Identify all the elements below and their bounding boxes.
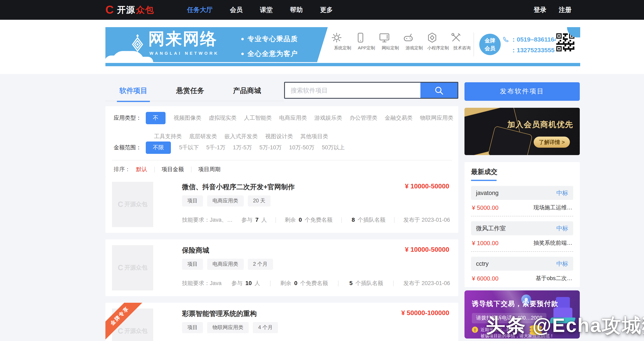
placeholder-logo-text: 开源众包 xyxy=(124,328,148,335)
tools-icon xyxy=(450,32,474,43)
deal-amount: ¥ 6000.00 xyxy=(472,275,498,282)
filter-type-1[interactable]: 视频图像类 xyxy=(174,114,201,122)
project-title[interactable]: 微信、抖音小程序二次开发+官网制作 xyxy=(182,183,294,192)
nav-item-0[interactable]: 任务大厅 xyxy=(187,5,212,14)
deal-item[interactable]: javatong中标¥ 5000.00现场施工运维… xyxy=(471,186,573,216)
nav-item-1[interactable]: 会员 xyxy=(230,5,242,14)
monitor-icon xyxy=(379,32,402,43)
banner-services: 系统定制APP定制网站定制游戏定制小程序定制技术咨询 xyxy=(331,32,474,51)
login-link[interactable]: 登录 xyxy=(534,5,546,14)
deal-item[interactable]: cctry中标¥ 6000.00基于obs二次… xyxy=(471,257,573,287)
service-label: 小程序定制 xyxy=(426,45,450,51)
deal-winner-name: cctry xyxy=(476,260,488,267)
membership-ad-cta[interactable]: 了解详情 > xyxy=(534,137,570,148)
project-tag: 电商应用类 xyxy=(207,195,244,207)
deal-status-badge: 中标 xyxy=(556,260,568,268)
project-title[interactable]: 保险商城 xyxy=(182,246,209,255)
tab-0[interactable]: 软件项目 xyxy=(120,86,148,95)
tab-bar: 软件项目悬赏任务产品商城 xyxy=(106,81,284,101)
type-options-row2: 工具支持类底层研发类嵌入式开发类视图设计类其他项目类 xyxy=(154,133,336,140)
project-meta: 技能要求：Java参与 10 人剩余 0 个免费名额5 个插队名额发布于 202… xyxy=(182,280,450,287)
deal-winner-name: javatong xyxy=(476,190,499,196)
project-tag: 物联网应用类 xyxy=(207,322,249,333)
filter-type-b-1[interactable]: 底层研发类 xyxy=(189,133,217,140)
project-title[interactable]: 彩票智能管理系统的重构 xyxy=(182,309,257,318)
deal-header: cctry中标 xyxy=(471,257,573,271)
filter-type-b-4[interactable]: 其他项目类 xyxy=(300,133,328,140)
latest-deals-title: 最新成交 xyxy=(471,168,573,176)
project-card[interactable]: C开源众包保险商城¥ 10000-50000项目电商应用类2 个月技能要求：Ja… xyxy=(106,239,458,296)
filter-amount-5[interactable]: 10万-50万 xyxy=(289,144,314,151)
filter-type-3[interactable]: 人工智能类 xyxy=(244,114,272,122)
warning-icon: ! xyxy=(472,327,478,333)
filter-amount-4[interactable]: 5万-10万 xyxy=(260,144,282,151)
filter-type-6[interactable]: 办公管理类 xyxy=(350,114,378,122)
filter-type-4[interactable]: 电商应用类 xyxy=(279,114,307,122)
tab-1[interactable]: 悬赏任务 xyxy=(176,86,204,95)
nav-right: 登录 注册 xyxy=(534,5,572,14)
nav-item-2[interactable]: 课堂 xyxy=(260,5,272,14)
watermark-text: 头条 @Echa攻城狮 xyxy=(486,313,644,339)
filter-type-2[interactable]: 虚拟现实类 xyxy=(209,114,236,122)
meta-divider xyxy=(270,281,270,286)
filter-panel: 应用类型： 不限视频图像类虚拟现实类人工智能类电商应用类游戏娱乐类办公管理类金融… xyxy=(106,106,458,176)
gear-icon xyxy=(331,32,354,43)
project-tag: 项目 xyxy=(182,259,203,270)
register-link[interactable]: 注册 xyxy=(559,5,572,14)
banner-divider xyxy=(474,32,474,56)
membership-ad-banner[interactable]: 加入会员商机优先 了解详情 > xyxy=(464,108,580,155)
filter-type-b-0[interactable]: 工具支持类 xyxy=(154,133,182,140)
filter-amount-1[interactable]: 5千以下 xyxy=(179,144,199,151)
filter-type-b-2[interactable]: 嵌入式开发类 xyxy=(224,133,258,140)
filter-amount-6[interactable]: 50万以上 xyxy=(322,144,345,151)
deal-body: ¥ 6000.00基于obs二次… xyxy=(471,271,573,287)
search-box xyxy=(284,82,458,99)
placeholder-logo-icon: C xyxy=(118,200,123,209)
project-tags: 项目电商应用类2 个月 xyxy=(182,259,273,270)
filter-type-b-3[interactable]: 视图设计类 xyxy=(265,133,293,140)
phone-icon xyxy=(502,36,510,43)
sort-option-1[interactable]: 项目金额 xyxy=(162,166,184,173)
filter-amount-0[interactable]: 不限 xyxy=(146,141,171,154)
filter-amount-2[interactable]: 5千-1万 xyxy=(206,144,226,151)
filter-type-5[interactable]: 游戏娱乐类 xyxy=(314,114,342,122)
project-tag: 项目 xyxy=(182,322,203,333)
sort-options: 默认项目金额项目周期 xyxy=(136,166,220,173)
sort-option-2[interactable]: 项目周期 xyxy=(198,166,220,173)
filter-amount-3[interactable]: 1万-5万 xyxy=(233,144,252,151)
vendor-banner[interactable]: 网来网络 WANGLAI NETWORK 专业专心秉品质 全心全意为客户 系统定… xyxy=(106,27,580,66)
filter-type-7[interactable]: 金融交易类 xyxy=(385,114,412,122)
meta-divider xyxy=(341,217,342,223)
project-tag: 20 天 xyxy=(248,195,271,207)
contact-phones: ：0519–83611649 ：13275233555 xyxy=(502,34,561,55)
project-card[interactable]: C开源众包微信、抖音小程序二次开发+官网制作¥ 10000-50000项目电商应… xyxy=(106,176,458,233)
nav-item-4[interactable]: 更多 xyxy=(320,5,333,14)
deal-status-badge: 中标 xyxy=(556,189,568,197)
banner-slogans: 专业专心秉品质 全心全意为客户 xyxy=(241,33,298,60)
main-column: 应用类型： 不限视频图像类虚拟现实类人工智能类电商应用类游戏娱乐类办公管理类金融… xyxy=(106,106,458,341)
project-list: C开源众包微信、抖音小程序二次开发+官网制作¥ 10000-50000项目电商应… xyxy=(106,176,458,341)
nav-item-3[interactable]: 帮助 xyxy=(290,5,303,14)
filter-type-0[interactable]: 不限 xyxy=(146,112,165,124)
tab-2[interactable]: 产品商城 xyxy=(233,86,261,95)
service-label: 网站定制 xyxy=(379,45,402,51)
publish-project-button[interactable]: 发布软件项目 xyxy=(464,82,580,101)
service-label: 系统定制 xyxy=(331,45,354,51)
deal-header: javatong中标 xyxy=(471,186,573,200)
member-card-graphic xyxy=(488,126,532,155)
filter-type-8[interactable]: 物联网应用类 xyxy=(420,114,453,122)
project-meta: 技能要求：Java、…参与 7 人剩余 0 个免费名额8 个插队名额发布于 20… xyxy=(182,216,450,224)
sort-option-0[interactable]: 默认 xyxy=(136,166,147,173)
search-icon xyxy=(434,85,444,96)
search-input[interactable] xyxy=(285,83,420,98)
deal-item[interactable]: 微风工作室中标¥ 1000.00抽奖系统前端… xyxy=(471,221,573,252)
site-logo[interactable]: C 开源 众包 xyxy=(106,4,154,16)
sort-divider xyxy=(191,167,191,172)
service-label: 游戏定制 xyxy=(403,45,426,51)
project-card[interactable]: 金牌专享C开源众包彩票智能管理系统的重构¥ 50000-100000项目物联网应… xyxy=(106,303,458,341)
search-button[interactable] xyxy=(420,83,458,98)
project-price: ¥ 10000-50000 xyxy=(405,246,449,253)
meta-divider xyxy=(276,217,276,223)
service-item: 技术咨询 xyxy=(450,32,474,51)
placeholder-logo-icon: C xyxy=(118,264,123,272)
